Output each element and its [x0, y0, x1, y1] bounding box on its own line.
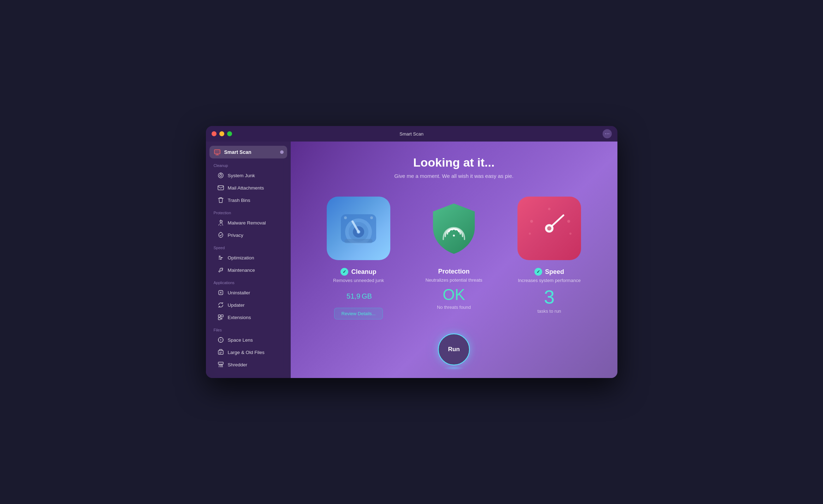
content-area: Smart Scan Cleanup System Junk — [206, 142, 617, 378]
svg-rect-15 — [221, 315, 223, 317]
page-subtitle: Give me a moment. We all wish it was eas… — [394, 173, 513, 179]
sidebar-smart-scan-label: Smart Scan — [224, 149, 251, 155]
sidebar-item-optimization[interactable]: Optimization — [209, 252, 287, 264]
svg-rect-14 — [218, 315, 220, 317]
protection-icon-wrap — [422, 197, 486, 260]
sidebar-large-old-files-label: Large & Old Files — [228, 350, 265, 355]
svg-rect-6 — [218, 186, 224, 190]
sidebar-item-smart-scan[interactable]: Smart Scan — [209, 146, 287, 158]
system-junk-icon — [217, 172, 224, 179]
section-label-speed: Speed — [206, 241, 291, 251]
sidebar-item-space-lens[interactable]: Space Lens — [209, 334, 287, 346]
cleanup-value-number: 51,9 — [347, 292, 360, 300]
speed-card-value: 3 — [544, 287, 555, 306]
svg-point-11 — [219, 256, 220, 257]
svg-rect-16 — [218, 318, 220, 320]
cleanup-icon-wrap — [327, 197, 390, 260]
sidebar-maintenance-label: Maintenance — [228, 268, 255, 273]
sidebar-updater-label: Updater — [228, 302, 245, 308]
sidebar-item-mail-attachments[interactable]: Mail Attachments — [209, 182, 287, 194]
sidebar-item-uninstaller[interactable]: Uninstaller — [209, 287, 287, 299]
sidebar-item-system-junk[interactable]: System Junk — [209, 169, 287, 181]
cleanup-disk-svg — [336, 205, 381, 251]
sidebar-mail-attachments-label: Mail Attachments — [228, 185, 264, 191]
cleanup-check-icon: ✓ — [341, 268, 348, 276]
speed-card: ✓ Speed Increases system performance 3 t… — [507, 197, 592, 319]
cards-row: ✓ Cleanup Removes unneeded junk 51,9GB R… — [316, 197, 592, 319]
shield-wrap — [422, 197, 486, 260]
svg-rect-0 — [214, 150, 220, 154]
run-button[interactable]: Run — [438, 334, 470, 365]
privacy-icon — [217, 232, 224, 239]
page-title: Looking at it... — [394, 156, 513, 169]
sidebar-extensions-label: Extensions — [228, 315, 251, 320]
svg-point-40 — [567, 220, 570, 223]
speed-icon-wrap — [517, 197, 581, 260]
sidebar-item-malware-removal[interactable]: Malware Removal — [209, 217, 287, 229]
maintenance-icon — [217, 266, 224, 274]
cleanup-card-subtitle: Removes unneeded junk — [333, 278, 384, 283]
svg-point-35 — [370, 216, 373, 219]
svg-point-41 — [569, 233, 572, 235]
menu-button[interactable] — [603, 129, 612, 138]
optimization-icon — [217, 254, 224, 261]
maximize-button[interactable] — [227, 131, 232, 136]
sidebar-privacy-label: Privacy — [228, 233, 243, 238]
large-files-icon — [217, 349, 224, 356]
sidebar-trash-bins-label: Trash Bins — [228, 198, 250, 203]
protection-shield-svg — [427, 202, 480, 255]
svg-point-39 — [529, 233, 531, 235]
section-label-applications: Applications — [206, 276, 291, 286]
mail-icon — [217, 184, 224, 191]
active-indicator — [280, 150, 284, 154]
sidebar-item-extensions[interactable]: Extensions — [209, 311, 287, 323]
sidebar: Smart Scan Cleanup System Junk — [206, 142, 291, 378]
speed-card-note: tasks to run — [537, 308, 561, 314]
minimize-button[interactable] — [219, 131, 224, 136]
protection-card-value: OK — [443, 287, 465, 302]
svg-point-12 — [220, 259, 221, 260]
cleanup-card: ✓ Cleanup Removes unneeded junk 51,9GB R… — [316, 197, 401, 319]
protection-card-subtitle: Neutralizes potential threats — [425, 277, 482, 283]
section-label-protection: Protection — [206, 206, 291, 216]
sidebar-item-trash-bins[interactable]: Trash Bins — [209, 194, 287, 206]
run-button-wrap: Run — [438, 334, 470, 365]
sidebar-item-maintenance[interactable]: Maintenance — [209, 264, 287, 276]
sidebar-shredder-label: Shredder — [228, 362, 248, 367]
trash-icon — [217, 197, 224, 204]
sidebar-item-large-old-files[interactable]: Large & Old Files — [209, 346, 287, 358]
section-label-cleanup: Cleanup — [206, 159, 291, 169]
svg-point-38 — [530, 220, 533, 223]
review-details-button[interactable]: Review Details... — [334, 308, 383, 319]
main-content: Looking at it... Give me a moment. We al… — [291, 142, 617, 378]
sidebar-space-lens-label: Space Lens — [228, 337, 253, 343]
svg-point-4 — [220, 174, 222, 176]
sidebar-malware-label: Malware Removal — [228, 220, 266, 226]
updater-icon — [217, 301, 224, 308]
extensions-icon — [217, 314, 224, 321]
protection-card: Protection Neutralizes potential threats… — [412, 197, 496, 319]
uninstaller-icon — [217, 289, 224, 296]
window-title: Smart Scan — [399, 131, 424, 137]
svg-point-42 — [548, 208, 551, 210]
sidebar-item-privacy[interactable]: Privacy — [209, 229, 287, 241]
sidebar-item-shredder[interactable]: Shredder — [209, 359, 287, 371]
cleanup-card-title: Cleanup — [351, 268, 376, 276]
cleanup-title-row: ✓ Cleanup — [341, 268, 376, 276]
smart-scan-icon — [214, 149, 221, 156]
sidebar-optimization-label: Optimization — [228, 255, 254, 260]
svg-point-10 — [221, 257, 222, 258]
svg-point-36 — [453, 235, 455, 236]
svg-point-45 — [547, 226, 551, 230]
app-window: Smart Scan Smart Scan Cleanup — [206, 126, 617, 378]
svg-point-18 — [220, 340, 221, 341]
cleanup-card-value: 51,9GB — [345, 287, 372, 303]
main-header: Looking at it... Give me a moment. We al… — [394, 156, 513, 179]
close-button[interactable] — [212, 131, 217, 136]
svg-rect-26 — [218, 362, 223, 364]
speed-title-row: ✓ Speed — [534, 268, 564, 276]
sidebar-item-updater[interactable]: Updater — [209, 299, 287, 311]
speed-card-subtitle: Increases system performance — [518, 278, 581, 283]
shredder-icon — [217, 361, 224, 368]
svg-point-34 — [344, 216, 347, 219]
